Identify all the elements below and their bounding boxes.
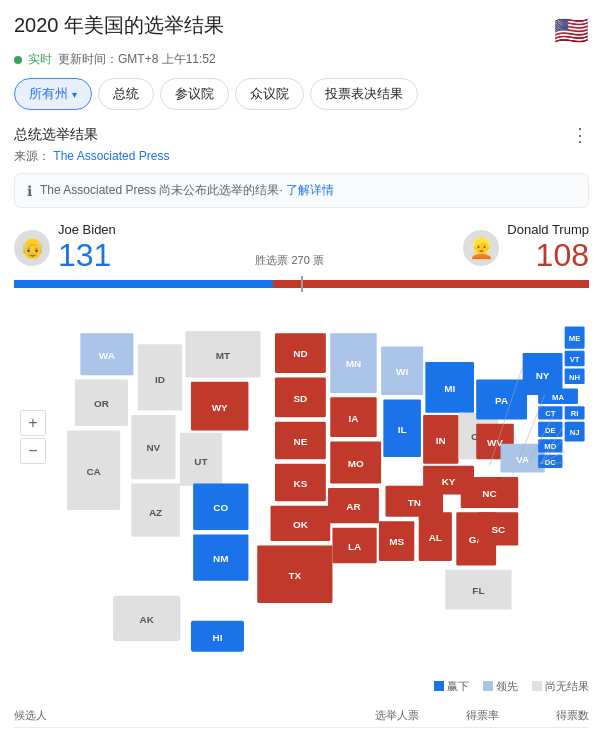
page-title: 2020 年美国的选举结果	[14, 12, 224, 39]
svg-text:DE: DE	[545, 426, 556, 435]
svg-text:NH: NH	[569, 373, 581, 382]
svg-text:TN: TN	[408, 497, 421, 508]
progress-bar	[14, 280, 589, 288]
svg-text:AR: AR	[346, 501, 360, 512]
svg-text:ID: ID	[155, 374, 165, 385]
trump-electoral-votes: 108	[507, 237, 589, 274]
svg-text:SC: SC	[491, 524, 505, 535]
svg-text:NJ: NJ	[570, 428, 580, 437]
section-header: 总统选举结果 ⋮	[14, 124, 589, 146]
zoom-in-button[interactable]: +	[20, 410, 46, 436]
results-table: 候选人 选举人票 得票率 得票数 👴 Joe Biden Democratic …	[14, 704, 589, 737]
svg-text:AZ: AZ	[149, 507, 162, 518]
svg-text:RI: RI	[571, 409, 579, 418]
map-container: WA OR CA ID NV AZ UT	[14, 300, 589, 679]
section-title: 总统选举结果	[14, 126, 98, 144]
live-dot	[14, 56, 22, 64]
tab-president[interactable]: 总统	[98, 78, 154, 110]
tab-senate[interactable]: 参议院	[160, 78, 229, 110]
tab-all-states[interactable]: 所有州 ▾	[14, 78, 92, 110]
trump-name-label: Donald Trump	[507, 222, 589, 237]
legend-box-no-result	[532, 681, 542, 691]
svg-text:ND: ND	[293, 348, 307, 359]
svg-text:NC: NC	[482, 488, 496, 499]
col-ev: 选举人票	[339, 708, 419, 723]
svg-text:MO: MO	[348, 458, 364, 469]
map-legend: 赢下 领先 尚无结果	[14, 679, 589, 694]
svg-text:KY: KY	[442, 476, 456, 487]
info-banner: ℹ The Associated Press 尚未公布此选举的结果· 了解详情	[14, 173, 589, 208]
svg-text:FL: FL	[472, 585, 484, 596]
more-options-icon[interactable]: ⋮	[571, 124, 589, 146]
progress-red	[273, 280, 589, 288]
svg-text:MN: MN	[346, 358, 361, 369]
svg-text:IL: IL	[398, 424, 407, 435]
svg-text:VT: VT	[570, 355, 580, 364]
threshold-divider	[301, 276, 303, 292]
map-section: WA OR CA ID NV AZ UT	[14, 300, 589, 694]
legend-leading: 领先	[483, 679, 518, 694]
live-label: 实时	[28, 51, 52, 68]
tabs-row: 所有州 ▾ 总统 参议院 众议院 投票表决结果	[14, 78, 589, 110]
legend-box-leading	[483, 681, 493, 691]
legend-box-won	[434, 681, 444, 691]
trump-avatar: 👱	[463, 230, 499, 266]
svg-text:IA: IA	[349, 413, 359, 424]
svg-text:CA: CA	[86, 466, 100, 477]
tab-house[interactable]: 众议院	[235, 78, 304, 110]
candidates-row: 👴 Joe Biden 131 胜选票 270 票 Donald Trump 1…	[14, 222, 589, 274]
chevron-down-icon: ▾	[72, 89, 77, 100]
svg-text:MI: MI	[444, 383, 455, 394]
col-votes: 得票数	[499, 708, 589, 723]
svg-text:NE: NE	[293, 436, 307, 447]
svg-text:DC: DC	[545, 458, 557, 467]
svg-text:MS: MS	[389, 536, 404, 547]
svg-text:ME: ME	[569, 334, 581, 343]
svg-text:WY: WY	[212, 402, 228, 413]
col-candidate: 候选人	[14, 708, 339, 723]
col-pct: 得票率	[419, 708, 499, 723]
live-indicator: 实时 更新时间：GMT+8 上午11:52	[14, 51, 589, 68]
tab-ballot[interactable]: 投票表决结果	[310, 78, 418, 110]
svg-text:LA: LA	[348, 541, 361, 552]
svg-text:CO: CO	[213, 502, 228, 513]
svg-text:AL: AL	[429, 532, 442, 543]
svg-text:NM: NM	[213, 553, 228, 564]
legend-no-result: 尚无结果	[532, 679, 589, 694]
candidate-biden: 👴 Joe Biden 131	[14, 222, 116, 274]
svg-text:SD: SD	[293, 393, 307, 404]
svg-text:OK: OK	[293, 519, 309, 530]
svg-text:WI: WI	[396, 366, 408, 377]
candidate-trump: Donald Trump 108 👱	[463, 222, 589, 274]
svg-text:WA: WA	[99, 350, 115, 361]
progress-blue	[14, 280, 273, 288]
svg-text:PA: PA	[495, 395, 508, 406]
biden-electoral-votes: 131	[58, 237, 116, 274]
zoom-out-button[interactable]: −	[20, 438, 46, 464]
source-line: 来源： The Associated Press	[14, 148, 589, 165]
svg-text:IN: IN	[436, 435, 446, 446]
update-time: 更新时间：GMT+8 上午11:52	[58, 51, 216, 68]
learn-more-link[interactable]: 了解详情	[286, 183, 334, 197]
biden-avatar: 👴	[14, 230, 50, 266]
map-controls: + −	[20, 410, 46, 464]
svg-text:KS: KS	[293, 478, 307, 489]
svg-text:MA: MA	[552, 393, 564, 402]
source-link[interactable]: The Associated Press	[53, 149, 169, 163]
flag-icon: 🇺🇸	[554, 14, 589, 47]
table-row: 👴 Joe Biden Democratic Party 131 47.7% 4…	[14, 732, 589, 737]
svg-text:AK: AK	[140, 614, 155, 625]
threshold-label: 胜选票 270 票	[255, 253, 323, 274]
svg-text:TX: TX	[289, 570, 302, 581]
info-icon: ℹ	[27, 183, 32, 199]
svg-text:VA: VA	[516, 454, 529, 465]
biden-name-label: Joe Biden	[58, 222, 116, 237]
legend-won: 赢下	[434, 679, 469, 694]
us-map-svg: WA OR CA ID NV AZ UT	[14, 300, 589, 676]
svg-text:OR: OR	[94, 398, 109, 409]
svg-text:UT: UT	[194, 456, 207, 467]
svg-text:MT: MT	[216, 350, 230, 361]
svg-text:NV: NV	[146, 442, 160, 453]
svg-text:NY: NY	[536, 370, 550, 381]
svg-text:HI: HI	[212, 632, 222, 643]
